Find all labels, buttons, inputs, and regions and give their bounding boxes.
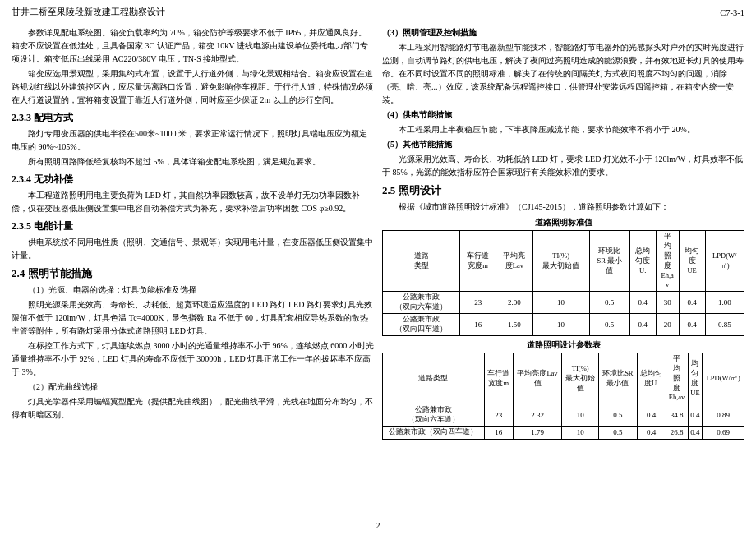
t2-r1-c9: 0.89 [703,404,744,427]
t1-r2-c7: 20 [656,314,679,336]
s234-text: 本工程道路照明用电主要负荷为 LED 灯，其自然功率因数较高，故不设单灯无功功率… [12,189,374,215]
s234-title: 2.3.4 无功补偿 [12,173,374,187]
t2-r1-c4: 10 [562,404,599,427]
t1-r1-c1: 公路兼市政（双向六车道） [383,292,460,314]
t1-h1: 道路类型 [383,231,460,292]
t2-h2: 车行道宽度m [484,353,513,404]
s235-text: 供电系统按不同用电性质（照明、交通信号、景观等）实现用电计量，在变压器低压侧设置… [12,236,374,262]
t2-h8: 均匀度UE [688,353,703,404]
t2-r2-c6: 0.4 [637,427,666,440]
s4-title: （4）供电节能措施 [382,108,744,122]
s24-text3: 灯具光学器件采用蝙蝠翼型配光（提供配光曲线图），配光曲线平滑，光线在地面分布均匀… [12,395,374,422]
page-number: 2 [12,521,744,530]
t2-r1-c3: 2.32 [513,404,561,427]
t1-h5: 环境比SR 最小值 [589,231,629,292]
table2-container: 道路照明设计参数表 道路类型 车行道宽度m 平均亮度Lav值 TI(%)最大初始… [382,339,744,440]
table2-title: 道路照明设计参数表 [382,339,744,351]
left-column: 参数详见配电系统图。箱变负载率约为 70%，箱变防护等级要求不低于 IP65，并… [12,26,374,518]
t1-r1-c5: 0.5 [589,292,629,314]
t1-r2-c2: 16 [460,314,496,336]
t2-r2-c5: 0.5 [599,427,637,440]
t1-h8: 均匀度UE [679,231,705,292]
header-right: C7-3-1 [720,8,744,17]
t2-r2-c3: 1.79 [513,427,561,440]
t1-r2-c6: 0.4 [629,314,656,336]
s24-sub2: 在标控工作方式下，灯具连续燃点 3000 小时的光通量维持率不小于 96%，连续… [12,339,374,379]
right-column: （3）照明管理及控制措施 本工程采用智能路灯节电器新型节能技术，智能路灯节电器外… [382,26,744,518]
table-row: 公路兼市政（双向六车道） 23 2.00 10 0.5 0.4 30 0.4 1… [383,292,744,314]
t2-r1-c1: 公路兼市政（双向六车道） [383,404,485,427]
table-row: 公路兼市政（双向六车道） 23 2.32 10 0.5 0.4 34.8 0.4… [383,404,744,427]
s233-text-1: 路灯专用变压器的供电半径在500米~1000 米，要求正常运行情况下，照明灯具端… [12,127,374,154]
header-left: 甘井二桥至果陵段新改建工程勘察设计 [12,7,165,18]
t2-h7: 平均照度Eh,av [666,353,688,404]
table1: 道路类型 车行道宽度m 平均亮度Lav TI(%)最大初始值 环境比SR 最小值… [382,230,744,336]
t2-r2-c1: 公路兼市政（双向四车道） [383,427,485,440]
t2-r2-c9: 0.69 [703,427,744,440]
t2-h9: LPD(W/㎡) [703,353,744,404]
table-row: 公路兼市政（双向四车道） 16 1.50 10 0.5 0.4 20 0.4 0… [383,314,744,336]
t2-h1: 道路类型 [383,353,485,404]
s233-text-2: 所有照明回路降低经复核均不超过 5%，具体详箱变配电系统图，满足规范要求。 [12,155,374,168]
t1-r1-c3: 2.00 [496,292,532,314]
t2-r2-c4: 10 [562,427,599,440]
t2-h3: 平均亮度Lav值 [513,353,561,404]
t2-r1-c8: 0.4 [688,404,703,427]
page-container: 甘井二桥至果陵段新改建工程勘察设计 C7-3-1 参数详见配电系统图。箱变负载率… [0,0,756,535]
s24-title: 2.4 照明节能措施 [12,266,374,281]
s24-sub3: （2）配光曲线选择 [12,380,374,394]
t2-r1-c7: 34.8 [666,404,688,427]
t2-h5: 环境比SR最小值 [599,353,637,404]
s5-title: （5）其他节能措施 [382,138,744,151]
intro-text-1: 参数详见配电系统图。箱变负载率约为 70%，箱变防护等级要求不低于 IP65，并… [12,26,374,66]
t1-r1-c2: 23 [460,292,496,314]
s5-text: 光源采用光效高、寿命长、功耗低的 LED 灯，要求 LED 灯光效不小于 120… [382,153,744,179]
t2-r2-c7: 26.8 [666,427,688,440]
t1-r1-c9: 1.00 [705,292,744,314]
table1-container: 道路照明标准值 道路类型 车行道宽度m 平均亮度Lav TI(%)最大初始值 环… [382,217,744,336]
s24-sub1: （1）光源、电器的选择；灯具负能标准及选择 [12,284,374,297]
t1-r2-c9: 0.85 [705,314,744,336]
t1-h7: 平均照度Eh,av [656,231,679,292]
t2-r2-c8: 0.4 [688,427,703,440]
s24-text1: 照明光源采用光效高、寿命长、功耗低、超宽环境适应温度的 LED 路灯 LED 路… [12,298,374,338]
s25-intro: 根据《城市道路照明设计标准》（CJ145-2015），道路照明参数计算如下： [382,201,744,214]
t1-r1-c4: 10 [532,292,589,314]
s3-text: 本工程采用智能路灯节电器新型节能技术，智能路灯节电器外的光感探头对户外的实时光度… [382,41,744,107]
page-header: 甘井二桥至果陵段新改建工程勘察设计 C7-3-1 [12,7,744,21]
t2-h4: TI(%)最大初始值 [562,353,599,404]
t1-r1-c7: 30 [656,292,679,314]
s233-title: 2.3.3 配电方式 [12,111,374,125]
t2-r2-c2: 16 [484,427,513,440]
t1-h4: TI(%)最大初始值 [532,231,589,292]
t1-h3: 平均亮度Lav [496,231,532,292]
t1-r1-c8: 0.4 [679,292,705,314]
t1-h6: 总均匀度U. [629,231,656,292]
s4-text: 本工程采用上半夜稳压节能，下半夜降压减流节能，要求节能效率不得小于 20%。 [382,123,744,136]
t1-r1-c6: 0.4 [629,292,656,314]
t1-r2-c5: 0.5 [589,314,629,336]
content-area: 参数详见配电系统图。箱变负载率约为 70%，箱变防护等级要求不低于 IP65，并… [12,26,744,518]
t2-h6: 总均匀度U. [637,353,666,404]
intro-text-2: 箱变应选用景观型，采用集约式布置，设置于人行道外侧，与绿化景观相结合。箱变应设置… [12,67,374,107]
t1-h9: LPD(W/㎡) [705,231,744,292]
t1-r2-c3: 1.50 [496,314,532,336]
t1-r2-c8: 0.4 [679,314,705,336]
t1-r2-c1: 公路兼市政（双向四车道） [383,314,460,336]
table2: 道路类型 车行道宽度m 平均亮度Lav值 TI(%)最大初始值 环境比SR最小值… [382,353,744,440]
t1-r2-c4: 10 [532,314,589,336]
t2-r1-c5: 0.5 [599,404,637,427]
s3-title: （3）照明管理及控制措施 [382,26,744,39]
s25-title: 2.5 照明设计 [382,183,744,198]
t2-r1-c6: 0.4 [637,404,666,427]
table-row: 公路兼市政（双向四车道） 16 1.79 10 0.5 0.4 26.8 0.4… [383,427,744,440]
table1-title: 道路照明标准值 [382,217,744,228]
s235-title: 2.3.5 电能计量 [12,219,374,233]
t2-r1-c2: 23 [484,404,513,427]
t1-h2: 车行道宽度m [460,231,496,292]
